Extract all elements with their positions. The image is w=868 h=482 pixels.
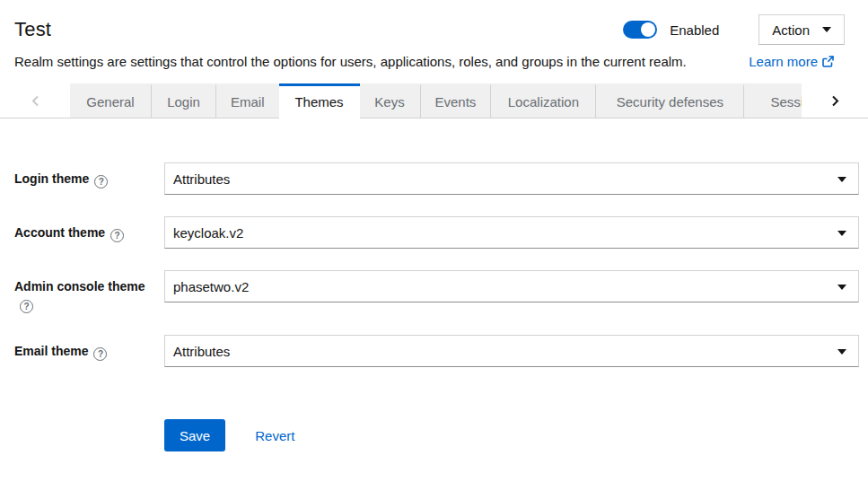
login-theme-select[interactable]: Attributes <box>164 162 859 195</box>
admin-console-theme-value: phasetwo.v2 <box>173 279 249 294</box>
enabled-toggle-label: Enabled <box>670 22 719 38</box>
tab-themes[interactable]: Themes <box>279 83 360 118</box>
admin-console-theme-select[interactable]: phasetwo.v2 <box>164 270 859 302</box>
save-button[interactable]: Save <box>164 419 225 451</box>
revert-link[interactable]: Revert <box>255 428 294 443</box>
action-dropdown-label: Action <box>772 22 810 38</box>
login-theme-label: Login theme <box>14 171 89 186</box>
account-theme-select[interactable]: keycloak.v2 <box>164 216 859 249</box>
page-header: Test Enabled Action Realm settings are s… <box>0 0 868 69</box>
help-icon[interactable]: ? <box>94 175 108 188</box>
tab-sessions[interactable]: Sessions <box>743 83 802 118</box>
form-row-account-theme: Account theme? keycloak.v2 <box>14 216 859 249</box>
tab-localization[interactable]: Localization <box>490 83 595 118</box>
email-theme-value: Attributes <box>173 344 230 359</box>
tab-keys[interactable]: Keys <box>360 83 420 118</box>
admin-console-theme-label-group: Admin console theme? <box>14 270 164 313</box>
tabs-scroll-left-button[interactable] <box>0 83 70 118</box>
admin-console-theme-label: Admin console theme <box>14 279 145 294</box>
email-theme-select[interactable]: Attributes <box>164 335 859 367</box>
themes-form: Login theme? Attributes Account theme? k… <box>0 118 868 451</box>
caret-down-icon <box>822 27 831 32</box>
account-theme-label: Account theme <box>14 225 105 240</box>
learn-more-label: Learn more <box>749 54 818 69</box>
caret-down-icon <box>837 231 846 236</box>
form-row-admin-console-theme: Admin console theme? phasetwo.v2 <box>14 270 859 313</box>
email-theme-label-group: Email theme? <box>14 335 164 361</box>
tab-login[interactable]: Login <box>151 83 215 118</box>
form-row-login-theme: Login theme? Attributes <box>14 162 859 195</box>
action-dropdown[interactable]: Action <box>758 14 845 45</box>
toggle-knob-icon <box>641 22 655 37</box>
form-row-email-theme: Email theme? Attributes <box>14 335 859 367</box>
tab-list: General Login Email Themes Keys Events L… <box>70 83 802 118</box>
enabled-toggle[interactable] <box>623 21 657 39</box>
email-theme-label: Email theme <box>14 344 88 358</box>
account-theme-value: keycloak.v2 <box>173 225 243 241</box>
tabs-scroll-right-button[interactable] <box>802 83 868 118</box>
caret-down-icon <box>837 285 846 290</box>
caret-down-icon <box>837 349 846 355</box>
help-icon[interactable]: ? <box>93 347 107 361</box>
tab-security-defenses[interactable]: Security defenses <box>595 83 743 118</box>
external-link-icon <box>822 56 834 67</box>
learn-more-link[interactable]: Learn more <box>749 54 834 69</box>
caret-down-icon <box>837 177 846 182</box>
login-theme-value: Attributes <box>173 171 230 187</box>
chevron-left-icon <box>31 95 39 107</box>
realm-settings-tabs: General Login Email Themes Keys Events L… <box>0 83 868 118</box>
form-actions: Save Revert <box>164 419 859 451</box>
tab-email[interactable]: Email <box>215 83 279 118</box>
enabled-toggle-group: Enabled <box>623 21 719 39</box>
login-theme-label-group: Login theme? <box>14 162 164 188</box>
chevron-right-icon <box>831 95 839 107</box>
tab-general[interactable]: General <box>70 83 151 118</box>
help-icon[interactable]: ? <box>110 229 124 242</box>
account-theme-label-group: Account theme? <box>14 216 164 242</box>
page-title: Test <box>14 18 623 41</box>
help-icon[interactable]: ? <box>20 300 33 313</box>
tab-events[interactable]: Events <box>420 83 491 118</box>
realm-description: Realm settings are settings that control… <box>14 54 749 69</box>
